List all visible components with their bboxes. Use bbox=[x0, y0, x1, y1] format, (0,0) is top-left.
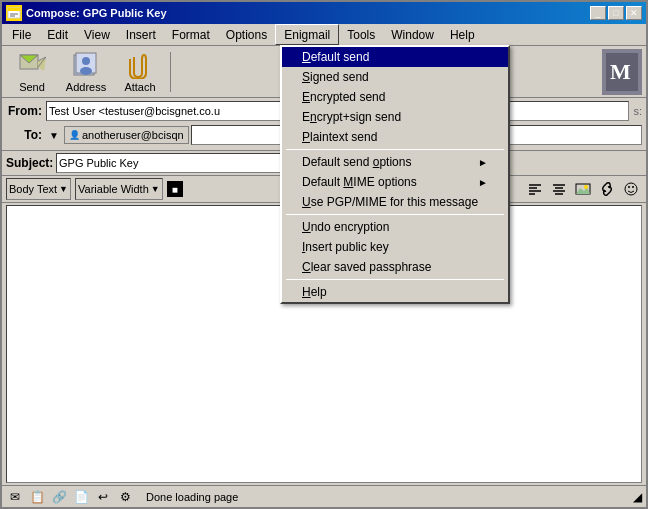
menu-item-help[interactable]: Help bbox=[282, 282, 508, 302]
menu-edit[interactable]: Edit bbox=[39, 24, 76, 45]
attach-label: Attach bbox=[124, 81, 155, 93]
send-button[interactable]: Send bbox=[6, 49, 58, 95]
menu-view[interactable]: View bbox=[76, 24, 118, 45]
toolbar-separator bbox=[170, 52, 171, 92]
titlebar: Compose: GPG Public Key _ □ ✕ bbox=[2, 2, 646, 24]
menu-item-default-mime-options[interactable]: Default MIME options ► bbox=[282, 172, 508, 192]
separator-1 bbox=[286, 149, 504, 150]
cols-label: s: bbox=[633, 105, 642, 117]
subject-label: Subject: bbox=[6, 156, 56, 170]
menu-window[interactable]: Window bbox=[383, 24, 442, 45]
align-left-btn[interactable] bbox=[524, 178, 546, 200]
menu-enigmail[interactable]: Enigmail bbox=[275, 24, 339, 45]
variable-width-select[interactable]: Variable Width ▼ bbox=[75, 178, 163, 200]
minimize-button[interactable]: _ bbox=[590, 6, 606, 20]
address-button[interactable]: Address bbox=[60, 49, 112, 95]
menu-item-plaintext-send[interactable]: Plaintext send bbox=[282, 127, 508, 147]
separator-3 bbox=[286, 279, 504, 280]
statusbar-icons: ✉ 📋 🔗 📄 ↩ ⚙ bbox=[6, 488, 134, 506]
align-center-btn[interactable] bbox=[548, 178, 570, 200]
statusbar-right: ◢ bbox=[633, 490, 642, 504]
menu-help[interactable]: Help bbox=[442, 24, 483, 45]
svg-marker-25 bbox=[576, 187, 590, 194]
submenu-arrow-2: ► bbox=[478, 177, 488, 188]
insert-link-btn[interactable] bbox=[596, 178, 618, 200]
statusbar-text: Done loading page bbox=[146, 491, 238, 503]
svg-point-28 bbox=[628, 186, 630, 188]
color-btn[interactable]: ■ bbox=[167, 181, 183, 197]
emoji-btn[interactable] bbox=[620, 178, 642, 200]
to-dropdown-arrow[interactable]: ▼ bbox=[46, 125, 62, 145]
status-file-icon[interactable]: 📄 bbox=[72, 488, 90, 506]
close-button[interactable]: ✕ bbox=[626, 6, 642, 20]
format-toolbar-right bbox=[524, 178, 642, 200]
menu-item-insert-public-key[interactable]: Insert public key bbox=[282, 237, 508, 257]
status-link-icon[interactable]: 🔗 bbox=[50, 488, 68, 506]
status-mail-icon[interactable]: ✉ bbox=[6, 488, 24, 506]
body-text-arrow: ▼ bbox=[59, 184, 68, 194]
menu-tools[interactable]: Tools bbox=[339, 24, 383, 45]
menu-item-default-send[interactable]: Default send bbox=[282, 47, 508, 67]
titlebar-buttons: _ □ ✕ bbox=[590, 6, 642, 20]
window-title: Compose: GPG Public Key bbox=[26, 7, 590, 19]
app-logo: M bbox=[602, 49, 642, 95]
enigmail-dropdown: Default send Signed send Encrypted send … bbox=[280, 45, 510, 304]
address-icon bbox=[72, 51, 100, 79]
resize-handle[interactable]: ◢ bbox=[633, 490, 642, 504]
menu-item-encrypted-send[interactable]: Encrypted send bbox=[282, 87, 508, 107]
maximize-button[interactable]: □ bbox=[608, 6, 624, 20]
svg-point-11 bbox=[82, 57, 90, 65]
status-gear-icon[interactable]: ⚙ bbox=[116, 488, 134, 506]
body-text-label: Body Text bbox=[9, 183, 57, 195]
separator-2 bbox=[286, 214, 504, 215]
svg-point-26 bbox=[584, 185, 588, 189]
svg-point-27 bbox=[625, 183, 637, 195]
attach-button[interactable]: Attach bbox=[114, 49, 166, 95]
menu-item-use-pgp-mime[interactable]: Use PGP/MIME for this message bbox=[282, 192, 508, 212]
svg-rect-1 bbox=[8, 8, 20, 11]
recipient-chip[interactable]: 👤 anotheruser@bcisqn bbox=[64, 126, 189, 144]
insert-image-btn[interactable] bbox=[572, 178, 594, 200]
address-label: Address bbox=[66, 81, 106, 93]
menu-options[interactable]: Options bbox=[218, 24, 275, 45]
svg-text:M: M bbox=[610, 59, 631, 84]
send-label: Send bbox=[19, 81, 45, 93]
menubar: File Edit View Insert Format Options Eni… bbox=[2, 24, 646, 46]
send-icon bbox=[18, 51, 46, 79]
status-return-icon[interactable]: ↩ bbox=[94, 488, 112, 506]
menu-insert[interactable]: Insert bbox=[118, 24, 164, 45]
from-label: From: bbox=[6, 104, 42, 118]
to-label: To: bbox=[6, 128, 42, 142]
contact-icon: 👤 bbox=[69, 130, 80, 140]
variable-width-label: Variable Width bbox=[78, 183, 149, 195]
window-icon bbox=[6, 5, 22, 21]
menu-item-encrypt-sign-send[interactable]: Encrypt+sign send bbox=[282, 107, 508, 127]
menu-item-clear-passphrase[interactable]: Clear saved passphrase bbox=[282, 257, 508, 277]
statusbar: ✉ 📋 🔗 📄 ↩ ⚙ Done loading page ◢ bbox=[2, 485, 646, 507]
submenu-arrow-1: ► bbox=[478, 157, 488, 168]
menu-item-undo-encryption[interactable]: Undo encryption bbox=[282, 217, 508, 237]
recipient-chip-text: anotheruser@bcisqn bbox=[82, 129, 184, 141]
variable-width-arrow: ▼ bbox=[151, 184, 160, 194]
svg-point-12 bbox=[80, 67, 92, 75]
status-doc-icon[interactable]: 📋 bbox=[28, 488, 46, 506]
attach-icon bbox=[126, 51, 154, 79]
menu-item-default-send-options[interactable]: Default send options ► bbox=[282, 152, 508, 172]
menu-file[interactable]: File bbox=[4, 24, 39, 45]
body-text-select[interactable]: Body Text ▼ bbox=[6, 178, 71, 200]
menu-format[interactable]: Format bbox=[164, 24, 218, 45]
toolbar-right: M bbox=[602, 49, 642, 95]
menu-item-signed-send[interactable]: Signed send bbox=[282, 67, 508, 87]
svg-point-29 bbox=[632, 186, 634, 188]
